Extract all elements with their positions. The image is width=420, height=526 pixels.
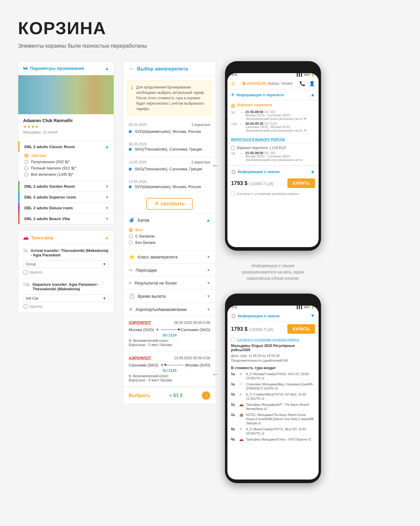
hotel-panel-chevron[interactable]: ▲ (105, 66, 109, 71)
meal-fullboard[interactable]: Полный пансион (912 $)* (24, 166, 109, 170)
phone-1-flight-header: ✈ Информация о перелете ▲ (227, 90, 319, 100)
back-to-flights-link[interactable]: ВЕРНУТЬСЯ К ВЫБОРУ РЕЙСОВ (227, 136, 319, 143)
user-icon[interactable]: 👤 (309, 81, 315, 86)
ph2-price-row: 1793 $ (142858.71 рб) КУПИТЬ (227, 322, 319, 336)
select-price: + 61 € (169, 393, 183, 398)
radio-fullboard[interactable] (24, 166, 28, 170)
flight1-airline[interactable]: АЭРОФЛОТ (129, 320, 151, 325)
radio-baggage-with[interactable] (129, 234, 133, 238)
baggage-without[interactable]: Без багажа (129, 240, 210, 245)
baggage-with-label: С багажом (135, 234, 154, 238)
ph-buy-button[interactable]: КУПИТЬ (287, 178, 315, 188)
hamburger-icon[interactable]: ☰ (231, 81, 235, 86)
class-accordion-header[interactable]: ⭐ Класс авиаперелета ▼ (123, 250, 216, 263)
baggage-with[interactable]: С багажом (129, 234, 210, 238)
radio-breakfast[interactable] (24, 154, 28, 158)
car-icon: 🚗 (23, 235, 29, 240)
room-header-1[interactable]: DBL 2 adults Classic Room ▲ (18, 141, 114, 152)
meal-halfboard-label: Полупансион (502 $)* (31, 160, 70, 164)
phone-icon[interactable]: 📞 (299, 81, 305, 86)
radio-baggage-without[interactable] (129, 241, 133, 245)
transfer-2-delete[interactable]: − Удалить (23, 304, 109, 309)
radio-baggage-all[interactable] (129, 228, 133, 232)
meal-allinclusive[interactable]: Всё включено (1345 $)* (24, 172, 109, 177)
airports-icon: ✈ (129, 306, 133, 312)
hotel-panel-header: 🛏 Параметры проживания ▲ (18, 61, 114, 75)
ph2-item-6-day: 8д. (231, 438, 237, 441)
ph2-item-1-icon: 🛡 (239, 382, 244, 386)
refresh-icon: ↺ (154, 201, 158, 207)
transfer-2-type-select[interactable]: Ind Car ▼ (23, 294, 109, 302)
baggage-accordion-header[interactable]: 🧳 Багаж ▲ (123, 214, 216, 226)
room-header-3[interactable]: DBL 2 adults Superior room ▼ (18, 192, 114, 202)
ph2-chevron[interactable]: ▼ (310, 313, 315, 318)
ph2-checkbox[interactable] (231, 337, 235, 341)
flight2-datetime: 13.05.2020 00:00-0:00 (174, 356, 210, 360)
room-header-2[interactable]: DBL 2 adults Garden Room ▼ (18, 181, 114, 192)
ph-flight-chevron[interactable]: ▲ (310, 92, 315, 97)
ph2-package-name: Мальдивы Отдых 2020 Регулярные рейсы/G05 (227, 342, 319, 353)
time-accordion-header[interactable]: 🕐 Время вылета ▼ (123, 290, 216, 303)
flight2-route: Салоники (SKG) ✈ Москва (SVO) (129, 363, 210, 367)
select-flight-bar: Выбрать + 61 € › (123, 387, 216, 404)
phone-1-notch (255, 65, 291, 71)
v1f2-class[interactable]: Экономический класс(внешняя систе ▼ (245, 129, 307, 132)
v2f1-class[interactable]: Экономический класс(внешняя систе (245, 158, 303, 162)
back-arrow-icon[interactable]: ← (129, 66, 134, 72)
room-chevron-5: ▼ (105, 217, 109, 221)
variant1-radio[interactable] (231, 104, 235, 108)
room-header-4[interactable]: DBL 2 adults Deluxe room ▼ (18, 203, 114, 213)
room-title-1: DBL 2 adults Classic Room (24, 145, 75, 149)
ph2-item-2-text: А_П::Стамбул/Мале/ТК730, IST-MLE, 01:45-… (246, 393, 315, 401)
variant2-radio[interactable] (231, 146, 235, 150)
results-accordion-header[interactable]: ≡ Результатов не более ▼ (123, 277, 216, 289)
select-arrow-btn[interactable]: › (202, 391, 210, 400)
transfer-1-delete-label: Удалить (29, 270, 43, 274)
select-flight-label[interactable]: Выбрать (129, 393, 150, 398)
room-header-5[interactable]: DBL 2 adults Beach Villa ▼ (18, 214, 114, 224)
transfer-panel: 🚗 Трансфер ▲ 1д. Arrival transfer: Thess… (18, 230, 114, 313)
flight-panel-title: Выбор авиаперелета (137, 66, 188, 72)
room-section-5: DBL 2 adults Beach Villa ▼ (18, 213, 114, 224)
results-accordion: ≡ Результатов не более ▼ (123, 276, 216, 289)
room-section-3: DBL 2 adults Superior room ▼ (18, 192, 114, 202)
ph2-item-4-icon: 🏨 (239, 413, 244, 417)
radio-allinclusive[interactable] (24, 172, 28, 177)
transfers-accordion-header[interactable]: ↪ Пересадки ▼ (123, 264, 216, 276)
update-button[interactable]: ↺ ОБНОВИТЬ (146, 198, 193, 210)
baggage-all[interactable]: Все (129, 228, 210, 232)
flight2-to: Москва (SVO) (185, 363, 210, 367)
phone-1-time: 9:41 (232, 73, 237, 76)
radio-halfboard[interactable] (24, 160, 28, 164)
ph-agree-checkbox[interactable] (231, 192, 235, 196)
ph2-item-0: 1д. ✈ А_П::Москва/Стамбул/ТК416, VKO-IST… (227, 371, 319, 381)
v2f1-arrow: → (239, 151, 243, 155)
meal-halfboard[interactable]: Полупансион (502 $)* (24, 160, 109, 164)
transfer-1-delete[interactable]: − Удалить (23, 270, 109, 275)
ph2-buy-button[interactable]: КУПИТЬ (287, 324, 315, 334)
route1-from: SVO(Шереметьево), Москва, Россия (129, 129, 210, 134)
transfer-chevron[interactable]: ▲ (105, 235, 109, 240)
v1f1-class[interactable]: Экономический класс(внешняя систе ▼ (245, 117, 307, 121)
delete-circle-icon-2: − (23, 304, 28, 309)
transfer-1-type-select[interactable]: Group ▼ (23, 260, 109, 268)
phone-1-flight-title: ✈ Информация о перелете (231, 92, 284, 97)
meal-options: Завтрак Полупансион (502 $)* Полный панс… (18, 152, 114, 181)
ph2-order-title-label: Информация о заказе (238, 314, 280, 318)
results-icon: ≡ (129, 280, 131, 286)
airports-accordion-header[interactable]: ✈ Аэропорты/Авиакомпании ▼ (123, 303, 216, 316)
ph2-item-6-text: Трансфер::Мальдивы/Отель - А/П/ Обратно … (246, 438, 315, 442)
flight1-datetime: 08.05.2020 00:00-0:00 (174, 321, 210, 325)
hotel-info: Adaaran Club Rannalhi ★★★★ Мальдивы, 10 … (18, 114, 114, 141)
v1f2-route: Салоники (SKG) - Москва (SVO) (245, 125, 307, 129)
flight-panel-header: ← Выбор авиаперелета (123, 61, 216, 76)
ph2-item-3-text: Трансфер::Мальдивы/А/П - The Aquzz Beach… (246, 403, 315, 411)
ph-order-chevron[interactable]: ▲ (310, 169, 315, 174)
flight2-airline[interactable]: АЭРОФЛОТ (129, 356, 151, 360)
route1-date: 08.05.2020 (129, 123, 147, 127)
ph2-agree-label[interactable]: Согласен с условиями договора-оферты (237, 338, 299, 341)
meal-breakfast[interactable]: Завтрак (24, 153, 109, 158)
connector-arrow-1: ← (212, 161, 220, 170)
room-title-4: DBL 2 adults Deluxe room (24, 206, 73, 210)
variant1-radio-row: Вариант перелета (231, 103, 315, 109)
